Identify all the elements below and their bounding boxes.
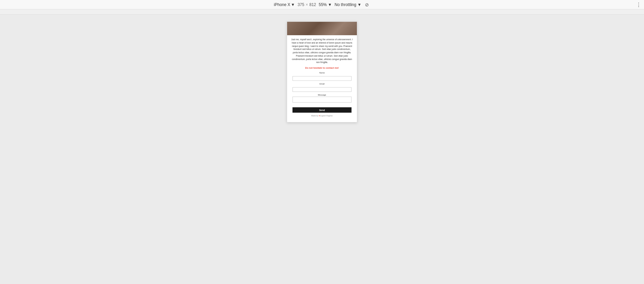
bio-text: Just me, myself and I, exploring the uni… [291,38,353,64]
email-field-group: Email [292,83,352,92]
send-button[interactable]: Send [292,107,352,113]
name-field-group: Name [292,72,352,81]
more-options-icon[interactable]: ⋮ [636,1,641,8]
height-value: 812 [309,2,316,7]
width-value: 375 [298,2,304,7]
throttle-selector[interactable]: No throttling ▼ [335,2,362,7]
contact-heading: Do not hesitate to contact me! [291,67,353,69]
throttle-label: No throttling [335,2,357,7]
device-selector[interactable]: iPhone X ▼ [274,2,295,7]
message-label: Message [292,94,352,96]
toolbar-center: iPhone X ▼ 375 × 812 55% ▼ No throttling… [274,2,370,8]
throttle-dropdown-arrow: ▼ [358,2,362,7]
name-label: Name [292,72,352,74]
message-input[interactable] [292,97,352,103]
phone-frame: Just me, myself and I, exploring the uni… [287,21,357,122]
zoom-value: 55% [319,2,327,7]
main-area: Just me, myself and I, exploring the uni… [0,15,644,284]
zoom-selector[interactable]: 55% ▼ [319,2,332,7]
toolbar: iPhone X ▼ 375 × 812 55% ▼ No throttling… [0,0,644,9]
dimension-separator: × [306,2,308,7]
name-input[interactable] [292,76,352,81]
footer-text: Made by ♥Jugesh Raghav [311,115,333,117]
message-field-group: Message [292,94,352,104]
contact-form: Name Email Message Send [291,72,353,113]
profile-image [287,22,357,35]
device-label: iPhone X [274,2,290,7]
footer: Made by ♥Jugesh Raghav [291,113,353,119]
zoom-dropdown-arrow: ▼ [328,2,332,7]
ruler [0,9,644,15]
profile-image-area [287,22,357,35]
email-input[interactable] [292,87,352,92]
device-dropdown-arrow: ▼ [291,2,295,7]
content-area: Just me, myself and I, exploring the uni… [287,35,357,122]
dimensions-box: 375 × 812 [298,2,316,7]
ruler-marks [0,9,644,14]
email-label: Email [292,83,352,85]
heart-icon: ♥ [319,115,320,117]
rotate-icon[interactable]: ⊘ [364,2,370,8]
